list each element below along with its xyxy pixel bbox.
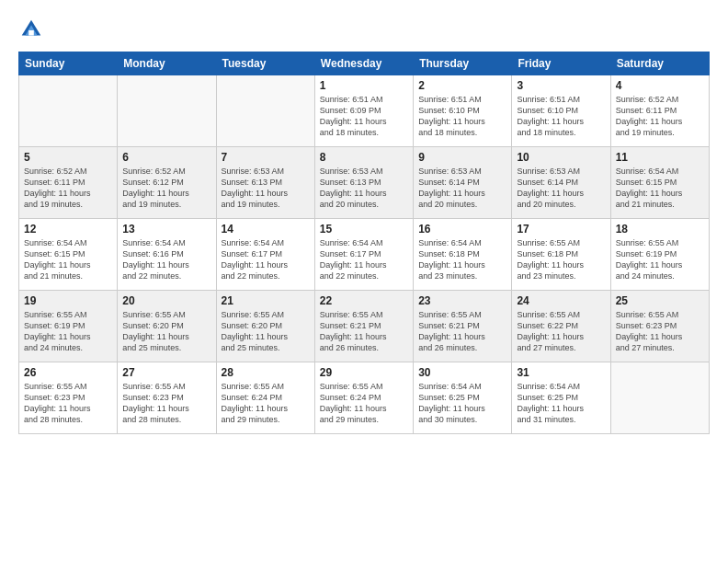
logo-icon [18, 17, 44, 42]
day-number: 9 [418, 151, 506, 164]
calendar-cell: 4Sunrise: 6:52 AM Sunset: 6:11 PM Daylig… [610, 75, 709, 147]
day-number: 31 [517, 366, 605, 379]
calendar-cell: 22Sunrise: 6:55 AM Sunset: 6:21 PM Dayli… [314, 291, 413, 362]
day-number: 5 [24, 151, 112, 164]
svg-rect-2 [28, 30, 34, 36]
calendar-cell: 20Sunrise: 6:55 AM Sunset: 6:20 PM Dayli… [118, 291, 216, 362]
day-number: 22 [320, 294, 408, 307]
weekday-header-row: SundayMondayTuesdayWednesdayThursdayFrid… [19, 52, 710, 75]
day-info: Sunrise: 6:55 AM Sunset: 6:19 PM Dayligh… [24, 309, 112, 354]
calendar-cell: 23Sunrise: 6:55 AM Sunset: 6:21 PM Dayli… [414, 291, 512, 362]
calendar-cell: 19Sunrise: 6:55 AM Sunset: 6:19 PM Dayli… [19, 291, 118, 362]
calendar-cell [118, 75, 216, 147]
day-number: 13 [122, 223, 210, 236]
calendar-cell: 7Sunrise: 6:53 AM Sunset: 6:13 PM Daylig… [216, 147, 314, 219]
calendar-cell: 30Sunrise: 6:54 AM Sunset: 6:25 PM Dayli… [414, 362, 512, 434]
day-number: 7 [222, 151, 310, 164]
day-info: Sunrise: 6:55 AM Sunset: 6:20 PM Dayligh… [122, 309, 210, 354]
day-info: Sunrise: 6:55 AM Sunset: 6:21 PM Dayligh… [320, 309, 408, 354]
day-info: Sunrise: 6:55 AM Sunset: 6:18 PM Dayligh… [517, 237, 605, 282]
day-number: 27 [122, 366, 210, 379]
calendar-cell [610, 362, 709, 434]
day-number: 19 [24, 294, 112, 307]
calendar-cell: 29Sunrise: 6:55 AM Sunset: 6:24 PM Dayli… [314, 362, 413, 434]
day-number: 3 [517, 79, 605, 92]
weekday-header-monday: Monday [118, 52, 216, 75]
calendar-cell: 26Sunrise: 6:55 AM Sunset: 6:23 PM Dayli… [19, 362, 118, 434]
day-info: Sunrise: 6:52 AM Sunset: 6:11 PM Dayligh… [616, 94, 704, 139]
day-number: 24 [517, 294, 605, 307]
day-info: Sunrise: 6:55 AM Sunset: 6:23 PM Dayligh… [24, 381, 112, 426]
calendar-cell: 15Sunrise: 6:54 AM Sunset: 6:17 PM Dayli… [314, 219, 413, 291]
calendar-cell: 3Sunrise: 6:51 AM Sunset: 6:10 PM Daylig… [512, 75, 610, 147]
day-info: Sunrise: 6:54 AM Sunset: 6:16 PM Dayligh… [122, 237, 210, 282]
calendar-cell: 28Sunrise: 6:55 AM Sunset: 6:24 PM Dayli… [216, 362, 314, 434]
day-number: 1 [320, 79, 408, 92]
day-number: 10 [517, 151, 605, 164]
weekday-header-sunday: Sunday [19, 52, 118, 75]
day-info: Sunrise: 6:54 AM Sunset: 6:25 PM Dayligh… [418, 381, 506, 426]
calendar-cell: 21Sunrise: 6:55 AM Sunset: 6:20 PM Dayli… [216, 291, 314, 362]
day-info: Sunrise: 6:54 AM Sunset: 6:18 PM Dayligh… [418, 237, 506, 282]
week-row-1: 1Sunrise: 6:51 AM Sunset: 6:09 PM Daylig… [19, 75, 710, 147]
weekday-header-saturday: Saturday [610, 52, 709, 75]
day-number: 26 [24, 366, 112, 379]
day-number: 21 [222, 294, 310, 307]
logo [18, 17, 48, 42]
day-number: 28 [222, 366, 310, 379]
header [18, 17, 710, 42]
calendar-cell: 5Sunrise: 6:52 AM Sunset: 6:11 PM Daylig… [19, 147, 118, 219]
weekday-header-thursday: Thursday [414, 52, 512, 75]
day-info: Sunrise: 6:53 AM Sunset: 6:13 PM Dayligh… [222, 166, 310, 211]
day-number: 14 [222, 223, 310, 236]
day-info: Sunrise: 6:55 AM Sunset: 6:19 PM Dayligh… [616, 237, 704, 282]
day-info: Sunrise: 6:53 AM Sunset: 6:13 PM Dayligh… [320, 166, 408, 211]
day-number: 23 [418, 294, 506, 307]
week-row-3: 12Sunrise: 6:54 AM Sunset: 6:15 PM Dayli… [19, 219, 710, 291]
day-info: Sunrise: 6:53 AM Sunset: 6:14 PM Dayligh… [517, 166, 605, 211]
weekday-header-wednesday: Wednesday [314, 52, 413, 75]
calendar-cell: 10Sunrise: 6:53 AM Sunset: 6:14 PM Dayli… [512, 147, 610, 219]
calendar-cell: 17Sunrise: 6:55 AM Sunset: 6:18 PM Dayli… [512, 219, 610, 291]
day-info: Sunrise: 6:51 AM Sunset: 6:10 PM Dayligh… [418, 94, 506, 139]
weekday-header-tuesday: Tuesday [216, 52, 314, 75]
day-info: Sunrise: 6:55 AM Sunset: 6:22 PM Dayligh… [517, 309, 605, 354]
calendar-cell: 6Sunrise: 6:52 AM Sunset: 6:12 PM Daylig… [118, 147, 216, 219]
day-number: 6 [122, 151, 210, 164]
calendar-cell [19, 75, 118, 147]
calendar-cell [216, 75, 314, 147]
day-info: Sunrise: 6:52 AM Sunset: 6:11 PM Dayligh… [24, 166, 112, 211]
calendar-cell: 11Sunrise: 6:54 AM Sunset: 6:15 PM Dayli… [610, 147, 709, 219]
calendar-cell: 18Sunrise: 6:55 AM Sunset: 6:19 PM Dayli… [610, 219, 709, 291]
week-row-2: 5Sunrise: 6:52 AM Sunset: 6:11 PM Daylig… [19, 147, 710, 219]
day-info: Sunrise: 6:54 AM Sunset: 6:15 PM Dayligh… [24, 237, 112, 282]
calendar-cell: 27Sunrise: 6:55 AM Sunset: 6:23 PM Dayli… [118, 362, 216, 434]
day-info: Sunrise: 6:55 AM Sunset: 6:23 PM Dayligh… [122, 381, 210, 426]
calendar-cell: 9Sunrise: 6:53 AM Sunset: 6:14 PM Daylig… [414, 147, 512, 219]
day-info: Sunrise: 6:54 AM Sunset: 6:15 PM Dayligh… [616, 166, 704, 211]
calendar-cell: 24Sunrise: 6:55 AM Sunset: 6:22 PM Dayli… [512, 291, 610, 362]
calendar-cell: 2Sunrise: 6:51 AM Sunset: 6:10 PM Daylig… [414, 75, 512, 147]
day-number: 16 [418, 223, 506, 236]
day-number: 30 [418, 366, 506, 379]
day-number: 8 [320, 151, 408, 164]
calendar-cell: 31Sunrise: 6:54 AM Sunset: 6:25 PM Dayli… [512, 362, 610, 434]
day-number: 18 [616, 223, 704, 236]
day-number: 2 [418, 79, 506, 92]
calendar: SundayMondayTuesdayWednesdayThursdayFrid… [18, 52, 710, 434]
day-number: 15 [320, 223, 408, 236]
day-number: 20 [122, 294, 210, 307]
day-number: 11 [616, 151, 704, 164]
day-number: 12 [24, 223, 112, 236]
day-info: Sunrise: 6:52 AM Sunset: 6:12 PM Dayligh… [122, 166, 210, 211]
day-info: Sunrise: 6:51 AM Sunset: 6:10 PM Dayligh… [517, 94, 605, 139]
day-info: Sunrise: 6:55 AM Sunset: 6:23 PM Dayligh… [616, 309, 704, 354]
day-info: Sunrise: 6:55 AM Sunset: 6:20 PM Dayligh… [222, 309, 310, 354]
calendar-cell: 16Sunrise: 6:54 AM Sunset: 6:18 PM Dayli… [414, 219, 512, 291]
calendar-cell: 14Sunrise: 6:54 AM Sunset: 6:17 PM Dayli… [216, 219, 314, 291]
day-info: Sunrise: 6:54 AM Sunset: 6:17 PM Dayligh… [320, 237, 408, 282]
day-number: 29 [320, 366, 408, 379]
day-info: Sunrise: 6:54 AM Sunset: 6:17 PM Dayligh… [222, 237, 310, 282]
day-info: Sunrise: 6:55 AM Sunset: 6:24 PM Dayligh… [222, 381, 310, 426]
calendar-cell: 8Sunrise: 6:53 AM Sunset: 6:13 PM Daylig… [314, 147, 413, 219]
